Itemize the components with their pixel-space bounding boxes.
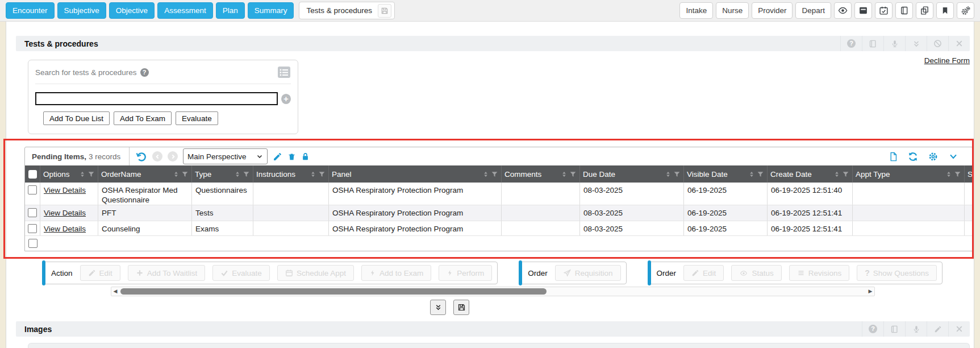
column-header-cutoff[interactable]: S: [965, 165, 974, 183]
evaluate-action-button[interactable]: Evaluate: [212, 265, 270, 281]
sort-icon[interactable]: [833, 171, 840, 178]
settings-button[interactable]: [957, 2, 974, 19]
select-all-cell[interactable]: [25, 165, 40, 183]
archive-button[interactable]: [854, 2, 872, 19]
filter-icon[interactable]: [491, 171, 498, 178]
copy-button[interactable]: [916, 2, 933, 19]
nurse-button[interactable]: Nurse: [716, 2, 749, 19]
journal-button[interactable]: [895, 2, 913, 19]
filter-icon[interactable]: [757, 171, 764, 178]
grid-settings-icon[interactable]: [928, 151, 939, 162]
row-checkbox[interactable]: [28, 239, 37, 248]
collapse-grid-icon[interactable]: [948, 152, 959, 161]
scrollbar-thumb[interactable]: [120, 288, 547, 295]
provider-button[interactable]: Provider: [752, 2, 793, 19]
list-view-icon[interactable]: [277, 66, 291, 78]
sort-icon[interactable]: [173, 171, 180, 178]
column-header-create-date[interactable]: Create Date: [768, 165, 853, 183]
edit-perspective-icon[interactable]: [273, 152, 282, 161]
lock-icon[interactable]: [301, 152, 310, 161]
tab-objective[interactable]: Objective: [109, 2, 155, 19]
previous-page-icon[interactable]: [152, 151, 162, 161]
sort-icon[interactable]: [79, 171, 86, 178]
journal-icon[interactable]: [883, 321, 905, 337]
add-to-waitlist-button[interactable]: Add To Waitlist: [128, 265, 206, 281]
row-select-cell[interactable]: [25, 183, 40, 205]
evaluate-button[interactable]: Evaluate: [176, 111, 218, 125]
select-all-checkbox[interactable]: [28, 170, 37, 179]
filter-icon[interactable]: [569, 171, 577, 178]
help-icon[interactable]: ?: [862, 321, 883, 337]
help-icon[interactable]: ?: [840, 36, 862, 51]
column-header-visible-date[interactable]: Visible Date: [684, 165, 768, 183]
search-input[interactable]: [35, 92, 278, 105]
view-details-link[interactable]: View Details: [44, 208, 86, 218]
refresh-icon[interactable]: [907, 151, 919, 162]
column-header-type[interactable]: Type: [192, 165, 253, 183]
sort-icon[interactable]: [748, 171, 755, 178]
close-icon[interactable]: [948, 321, 970, 337]
filter-icon[interactable]: [318, 171, 326, 178]
expand-more-button[interactable]: [430, 300, 446, 315]
show-questions-button[interactable]: ? Show Questions: [857, 265, 937, 281]
column-header-ordername[interactable]: OrderName: [98, 165, 192, 183]
filter-icon[interactable]: [954, 171, 961, 178]
sort-icon[interactable]: [482, 171, 489, 178]
sort-icon[interactable]: [945, 171, 952, 178]
row-checkbox[interactable]: [28, 208, 37, 217]
eye-button[interactable]: [834, 2, 852, 19]
sort-icon[interactable]: [234, 171, 241, 178]
tab-encounter[interactable]: Encounter: [6, 2, 55, 19]
scroll-right-icon[interactable]: ▶: [866, 289, 874, 294]
perspective-select[interactable]: Main Perspective: [183, 148, 268, 164]
save-tab-button[interactable]: [378, 4, 391, 18]
view-details-link[interactable]: View Details: [44, 185, 86, 195]
filter-icon[interactable]: [243, 171, 250, 178]
tab-assessment[interactable]: Assessment: [157, 2, 213, 19]
save-button[interactable]: [453, 300, 469, 315]
status-button[interactable]: Status: [731, 265, 781, 281]
calendar-check-button[interactable]: [875, 2, 893, 19]
column-header-due-date[interactable]: Due Date: [580, 165, 684, 183]
add-to-exam-action-button[interactable]: Add to Exam: [361, 265, 431, 281]
perform-button[interactable]: Perform: [439, 265, 492, 281]
column-header-options[interactable]: Options: [40, 165, 98, 183]
sort-icon[interactable]: [310, 171, 316, 178]
revisions-button[interactable]: Revisions: [789, 265, 850, 281]
undo-icon[interactable]: [135, 151, 147, 163]
filter-icon[interactable]: [181, 171, 189, 178]
row-select-cell[interactable]: [25, 205, 40, 221]
column-header-panel[interactable]: Panel: [329, 165, 502, 183]
requisition-button[interactable]: Requisition: [555, 265, 621, 281]
row-select-cell[interactable]: [25, 221, 40, 235]
microphone-icon[interactable]: [905, 321, 927, 337]
column-header-appt-type[interactable]: Appt Type: [853, 165, 965, 183]
depart-button[interactable]: Depart: [795, 2, 831, 19]
filter-icon[interactable]: [673, 171, 681, 178]
add-icon[interactable]: +: [281, 94, 291, 104]
delete-perspective-icon[interactable]: [287, 152, 296, 161]
schedule-appt-button[interactable]: Schedule Appt: [277, 265, 354, 281]
filter-icon[interactable]: [87, 171, 95, 178]
bookmark-button[interactable]: [936, 2, 954, 19]
new-document-icon[interactable]: [889, 151, 898, 162]
column-header-instructions[interactable]: Instructions: [253, 165, 329, 183]
sort-icon[interactable]: [665, 171, 672, 178]
add-to-exam-button[interactable]: Add To Exam: [114, 111, 172, 125]
row-checkbox[interactable]: [28, 224, 37, 233]
tab-tests-procedures-active[interactable]: Tests & procedures: [299, 2, 395, 19]
next-page-icon[interactable]: [168, 151, 178, 161]
tab-plan[interactable]: Plan: [216, 2, 245, 19]
horizontal-scrollbar[interactable]: ◀ ▶: [111, 287, 875, 296]
view-details-link[interactable]: View Details: [44, 224, 86, 234]
journal-icon[interactable]: [862, 36, 883, 51]
search-help-icon[interactable]: ?: [140, 68, 149, 77]
disable-icon[interactable]: [927, 36, 948, 51]
scrollbar-track[interactable]: [119, 288, 866, 295]
add-to-due-list-button[interactable]: Add To Due List: [43, 111, 110, 125]
tab-subjective[interactable]: Subjective: [57, 2, 106, 19]
tab-summary[interactable]: Summary: [248, 2, 294, 19]
intake-button[interactable]: Intake: [679, 2, 713, 19]
edit-button[interactable]: Edit: [80, 265, 120, 281]
microphone-icon[interactable]: [883, 36, 905, 51]
